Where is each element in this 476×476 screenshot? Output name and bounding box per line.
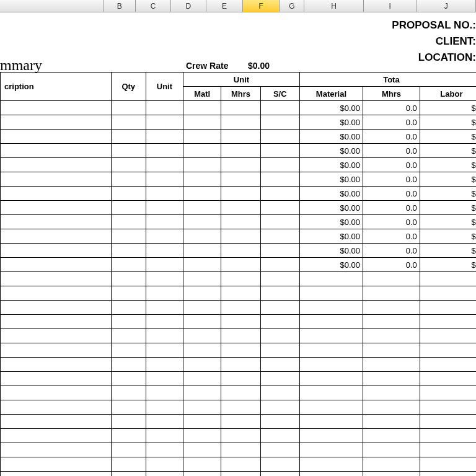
cell-mhrs[interactable] (221, 286, 260, 301)
cell-unit[interactable] (146, 400, 183, 415)
cell-description[interactable] (1, 415, 112, 429)
cell-description[interactable] (1, 258, 112, 272)
cell-unit[interactable] (146, 272, 183, 286)
cell-description[interactable] (1, 272, 112, 286)
cell-qty[interactable] (111, 258, 146, 272)
cell-tmhrs[interactable] (363, 329, 420, 343)
column-header-B[interactable]: B (104, 0, 136, 12)
cell-mhrs[interactable] (221, 472, 260, 477)
cell-unit[interactable] (146, 229, 183, 244)
cell-description[interactable] (1, 443, 112, 457)
cell-description[interactable] (1, 130, 112, 144)
cell-material[interactable]: $0.00 (299, 115, 363, 130)
table-row[interactable]: $0.000.0$0 (1, 244, 477, 258)
cell-labor[interactable] (420, 343, 476, 358)
cell-qty[interactable] (111, 315, 146, 329)
cell-mhrs[interactable] (221, 244, 260, 258)
cell-labor[interactable]: $0 (420, 215, 476, 229)
table-row[interactable]: $0.000.0$0 (1, 187, 477, 201)
cell-description[interactable] (1, 457, 112, 472)
cell-qty[interactable] (111, 101, 146, 115)
cell-sc[interactable] (260, 472, 299, 477)
cell-material[interactable] (299, 400, 363, 415)
cell-qty[interactable] (111, 329, 146, 343)
cell-tmhrs[interactable] (363, 286, 420, 301)
cell-tmhrs[interactable]: 0.0 (363, 130, 420, 144)
cell-qty[interactable] (111, 429, 146, 443)
cell-mhrs[interactable] (221, 144, 260, 158)
cell-mhrs[interactable] (221, 215, 260, 229)
cell-tmhrs[interactable] (363, 372, 420, 386)
cell-material[interactable] (299, 386, 363, 400)
table-row[interactable]: $0.000.0$0 (1, 215, 477, 229)
cell-material[interactable] (299, 429, 363, 443)
cell-qty[interactable] (111, 472, 146, 477)
cell-mhrs[interactable] (221, 315, 260, 329)
cell-tmhrs[interactable] (363, 443, 420, 457)
cell-unit[interactable] (146, 244, 183, 258)
cell-unit[interactable] (146, 343, 183, 358)
cell-qty[interactable] (111, 286, 146, 301)
cell-sc[interactable] (260, 372, 299, 386)
cell-matl[interactable] (183, 415, 221, 429)
cell-material[interactable] (299, 457, 363, 472)
cell-tmhrs[interactable] (363, 415, 420, 429)
cell-material[interactable]: $0.00 (299, 187, 363, 201)
cell-description[interactable] (1, 244, 112, 258)
cell-qty[interactable] (111, 172, 146, 187)
cell-qty[interactable] (111, 272, 146, 286)
cell-mhrs[interactable] (221, 130, 260, 144)
column-header-J[interactable]: J (417, 0, 476, 12)
cell-tmhrs[interactable]: 0.0 (363, 115, 420, 130)
cell-unit[interactable] (146, 315, 183, 329)
table-row[interactable]: $0.000.0$0 (1, 101, 477, 115)
table-row[interactable] (1, 315, 477, 329)
cell-labor[interactable] (420, 457, 476, 472)
cell-labor[interactable]: $0 (420, 115, 476, 130)
cell-mhrs[interactable] (221, 343, 260, 358)
cell-sc[interactable] (260, 443, 299, 457)
cell-material[interactable]: $0.00 (299, 244, 363, 258)
cell-sc[interactable] (260, 457, 299, 472)
cell-material[interactable] (299, 472, 363, 477)
cell-matl[interactable] (183, 258, 221, 272)
cell-matl[interactable] (183, 372, 221, 386)
table-row[interactable] (1, 443, 477, 457)
cell-mhrs[interactable] (221, 187, 260, 201)
cell-matl[interactable] (183, 301, 221, 315)
cell-mhrs[interactable] (221, 172, 260, 187)
cell-sc[interactable] (260, 329, 299, 343)
table-row[interactable] (1, 372, 477, 386)
table-row[interactable] (1, 343, 477, 358)
cell-sc[interactable] (260, 115, 299, 130)
cell-matl[interactable] (183, 115, 221, 130)
cell-sc[interactable] (260, 187, 299, 201)
cell-matl[interactable] (183, 244, 221, 258)
cell-material[interactable]: $0.00 (299, 215, 363, 229)
cell-qty[interactable] (111, 400, 146, 415)
header-qty[interactable]: Qty (111, 73, 146, 101)
cell-mhrs[interactable] (221, 443, 260, 457)
cell-mhrs[interactable] (221, 372, 260, 386)
cell-unit[interactable] (146, 472, 183, 477)
cell-mhrs[interactable] (221, 415, 260, 429)
cell-unit[interactable] (146, 130, 183, 144)
cell-material[interactable]: $0.00 (299, 258, 363, 272)
cell-qty[interactable] (111, 115, 146, 130)
cell-tmhrs[interactable]: 0.0 (363, 144, 420, 158)
cell-material[interactable] (299, 343, 363, 358)
cell-matl[interactable] (183, 229, 221, 244)
cell-labor[interactable]: $0 (420, 144, 476, 158)
cell-mhrs[interactable] (221, 301, 260, 315)
cell-labor[interactable]: $0 (420, 258, 476, 272)
cell-qty[interactable] (111, 415, 146, 429)
cell-description[interactable] (1, 229, 112, 244)
cell-description[interactable] (1, 158, 112, 172)
cell-sc[interactable] (260, 258, 299, 272)
cell-qty[interactable] (111, 343, 146, 358)
cell-unit[interactable] (146, 443, 183, 457)
cell-description[interactable] (1, 386, 112, 400)
cell-material[interactable]: $0.00 (299, 229, 363, 244)
cell-unit[interactable] (146, 429, 183, 443)
cell-sc[interactable] (260, 301, 299, 315)
